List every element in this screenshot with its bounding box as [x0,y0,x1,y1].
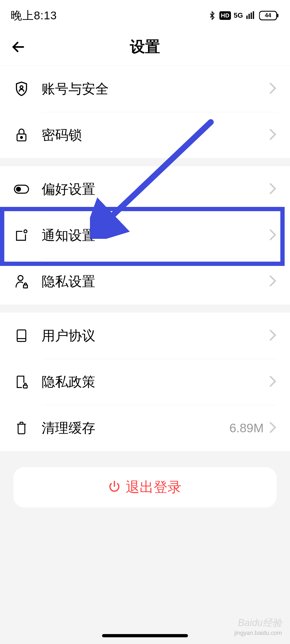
watermark-domain: jingyan.baidu.com [234,630,282,636]
svg-point-4 [20,86,23,89]
setting-label: 通知设置 [42,226,269,244]
settings-group: 用户协议 隐私政策 清理缓存 6.89M [0,313,290,451]
document-icon [13,328,30,344]
logout-label: 退出登录 [126,478,182,497]
setting-label: 用户协议 [42,327,269,345]
svg-text:44: 44 [265,12,271,19]
chevron-right-icon [269,375,277,388]
power-icon [108,479,120,495]
svg-point-6 [20,137,22,138]
svg-point-10 [18,276,23,280]
setting-item-preferences[interactable]: 偏好设置 [0,166,290,212]
chevron-right-icon [269,275,277,288]
svg-rect-1 [277,14,278,17]
toggle-icon [13,181,30,197]
logout-container: 退出登录 [0,451,290,524]
setting-label: 隐私设置 [42,273,269,291]
chevron-right-icon [269,329,277,342]
setting-item-account-security[interactable]: 账号与安全 [0,66,290,112]
svg-point-9 [24,230,27,233]
battery-icon: 44 [259,10,279,21]
doc-lock-icon [13,374,30,390]
user-lock-icon [13,273,30,290]
setting-item-terms[interactable]: 用户协议 [0,313,290,359]
setting-item-privacy[interactable]: 隐私设置 [0,258,290,305]
settings-group: 账号与安全 密码锁 [0,66,290,158]
chevron-right-icon [269,422,277,434]
chevron-right-icon [269,82,277,95]
status-bar-right: HD 5G 44 [208,10,279,21]
setting-label: 偏好设置 [42,180,269,198]
setting-item-privacy-policy[interactable]: 隐私政策 [0,359,290,405]
setting-item-notification[interactable]: 通知设置 [0,212,290,258]
cache-size-value: 6.89M [229,421,264,435]
setting-item-password-lock[interactable]: 密码锁 [0,112,290,158]
shield-icon [13,81,30,97]
chevron-right-icon [269,183,277,196]
svg-point-8 [16,187,20,191]
hd-icon: HD [219,11,231,20]
svg-rect-11 [23,285,27,288]
watermark-brand: Baidu经验 [238,616,282,630]
setting-item-clear-cache[interactable]: 清理缓存 6.89M [0,405,290,451]
back-button[interactable] [11,39,26,54]
watermark: Baidu经验 jingyan.baidu.com [234,616,282,636]
settings-group: 偏好设置 通知设置 隐私设置 [0,166,290,305]
chevron-right-icon [269,229,277,242]
network-type: 5G [234,11,243,20]
svg-rect-12 [17,330,26,342]
setting-label: 清理缓存 [42,419,229,437]
bluetooth-icon [208,10,217,21]
status-bar: 晚上8:13 HD 5G 44 [0,0,290,28]
notification-icon [13,227,30,243]
status-time: 晚上8:13 [11,8,57,23]
setting-label: 密码锁 [42,126,269,144]
page-title: 设置 [0,37,290,57]
logout-button[interactable]: 退出登录 [13,467,277,507]
lock-icon [13,127,30,143]
svg-rect-14 [23,385,27,388]
signal-icon [246,11,256,20]
setting-label: 账号与安全 [42,80,269,98]
trash-icon [13,420,30,436]
home-indicator[interactable] [102,634,188,637]
chevron-right-icon [269,129,277,141]
page-header: 设置 [0,28,290,66]
setting-label: 隐私政策 [42,373,269,391]
